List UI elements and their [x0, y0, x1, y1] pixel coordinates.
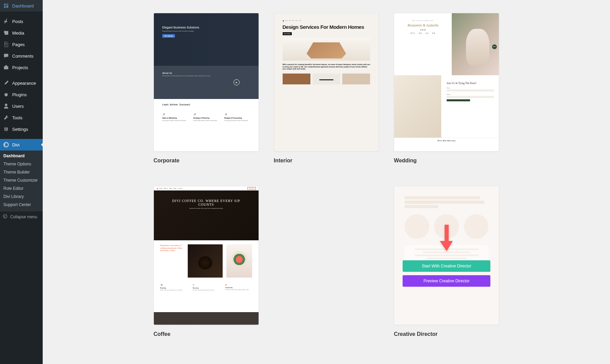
menu-pages[interactable]: Pages [0, 39, 43, 50]
layout-thumb: Design Services For Modern Homes Read Mo… [274, 13, 379, 151]
menu-label: Media [12, 31, 24, 36]
collapse-menu-button[interactable]: Collapse menu [0, 211, 43, 222]
interior-tag: Read More [283, 32, 292, 35]
interior-headline: Design Services For Modern Homes [283, 24, 370, 30]
pin-icon [3, 18, 9, 25]
preview-button[interactable]: Preview Creative Director [403, 275, 490, 287]
submenu-theme-builder[interactable]: Theme Builder [0, 168, 43, 176]
corp-hero-text: Elegant Business Solutions [162, 26, 250, 29]
wedding-small: We're Getting Married! [400, 20, 447, 21]
coffee-experience: Experience our journey of crafting excep… [160, 244, 184, 252]
svg-point-5 [4, 128, 6, 129]
menu-label: Users [12, 104, 24, 109]
menu-label: Comments [12, 54, 34, 59]
layout-title: Corporate [154, 158, 259, 164]
wedding-footer: How Ben Met Izzy [394, 138, 499, 151]
play-icon: ▶ [233, 79, 240, 85]
tools-icon [3, 114, 9, 121]
layout-thumb: Start With Creative Director Preview Cre… [394, 186, 499, 325]
svg-point-6 [5, 129, 7, 131]
layout-card-interior[interactable]: Design Services For Modern Homes Read Mo… [274, 13, 379, 164]
admin-sidebar: Dashboard Posts Media Pages Comments Pro… [0, 0, 43, 351]
start-with-button[interactable]: Start With Creative Director [403, 260, 490, 272]
settings-icon [3, 126, 9, 133]
menu-label: Appearance [12, 81, 36, 86]
layout-thumb: Elegant Business Solutions Empowering yo… [154, 13, 259, 151]
menu-settings[interactable]: Settings [0, 123, 43, 135]
submenu-theme-customizer[interactable]: Theme Customizer [0, 176, 43, 184]
wedding-join: Join Us In Tying The Knot! [447, 82, 494, 85]
menu-media[interactable]: Media [0, 27, 43, 39]
main-content: Elegant Business Solutions Empowering yo… [43, 0, 610, 351]
layout-card-corporate[interactable]: Elegant Business Solutions Empowering yo… [154, 13, 259, 164]
menu-label: Settings [12, 127, 28, 132]
menu-projects[interactable]: Projects [0, 62, 43, 73]
pages-icon [3, 41, 9, 48]
corp-lead-text: Lead. Achive. Succeed. [154, 99, 259, 113]
arrow-down-icon [439, 225, 454, 255]
menu-users[interactable]: Users [0, 100, 43, 112]
menu-label: Posts [12, 19, 23, 24]
submenu-divi-library[interactable]: Divi Library [0, 193, 43, 201]
menu-posts[interactable]: Posts [0, 16, 43, 27]
layout-title: Wedding [394, 158, 499, 164]
menu-label: Plugins [12, 92, 27, 97]
layout-thumb: Home About Blog Shop Contact Order Now D… [154, 186, 259, 325]
layout-grid: Elegant Business Solutions Empowering yo… [154, 13, 499, 337]
menu-label: Pages [12, 42, 25, 47]
menu-label: Projects [12, 65, 28, 70]
wedding-date: 8.24.25 [400, 29, 447, 31]
submenu-theme-options[interactable]: Theme Options [0, 160, 43, 168]
layout-card-coffee[interactable]: Home About Blog Shop Contact Order Now D… [154, 186, 259, 337]
menu-label: Dashboard [12, 3, 34, 8]
layout-title: Creative Director [394, 331, 499, 337]
menu-tools[interactable]: Tools [0, 112, 43, 123]
user-icon [3, 103, 9, 109]
portfolio-icon [3, 64, 9, 71]
collapse-icon [3, 214, 7, 220]
wedding-names: Benjamin & Isabella [400, 23, 447, 27]
menu-divi[interactable]: Divi [0, 139, 43, 150]
wedding-countdown: 371 : 03 : 14 : 39 [400, 32, 447, 34]
plugin-icon [3, 91, 9, 98]
submenu-support-center[interactable]: Support Center [0, 201, 43, 209]
submenu-role-editor[interactable]: Role Editor [0, 184, 43, 193]
svg-point-1 [5, 104, 7, 106]
layout-title: Coffee [154, 331, 259, 337]
menu-label: Divi [12, 142, 20, 147]
svg-point-9 [3, 214, 7, 218]
menu-dashboard[interactable]: Dashboard [0, 0, 43, 12]
rsvp-badge: RSVP [492, 44, 497, 49]
coffee-hero-sub: Experience the art of coffee with every … [164, 208, 248, 209]
submenu-dashboard[interactable]: Dashboard [0, 152, 43, 160]
interior-body: With a passion for creating beautiful, f… [283, 63, 370, 70]
menu-comments[interactable]: Comments [0, 50, 43, 62]
corp-cta: Get Started [162, 34, 175, 38]
divi-icon [3, 141, 9, 148]
dashboard-icon [3, 2, 9, 9]
menu-plugins[interactable]: Plugins [0, 89, 43, 100]
collapse-label: Collapse menu [10, 215, 37, 219]
corp-about-label: About Us [162, 72, 250, 74]
svg-point-7 [7, 128, 8, 129]
menu-appearance[interactable]: Appearance [0, 77, 43, 89]
layout-thumb: We're Getting Married! Benjamin & Isabel… [394, 13, 499, 151]
brush-icon [3, 80, 9, 86]
menu-label: Tools [12, 115, 22, 120]
media-icon [3, 29, 9, 36]
layout-card-wedding[interactable]: We're Getting Married! Benjamin & Isabel… [394, 13, 499, 164]
coffee-hero: DIVI COFFEE CO. WHERE EVERY SIP COUNTS [164, 199, 248, 206]
layout-card-creative-director: Start With Creative Director Preview Cre… [394, 186, 499, 337]
comment-icon [3, 53, 9, 59]
divi-submenu: Dashboard Theme Options Theme Builder Th… [0, 150, 43, 211]
layout-title: Interior [274, 158, 379, 164]
